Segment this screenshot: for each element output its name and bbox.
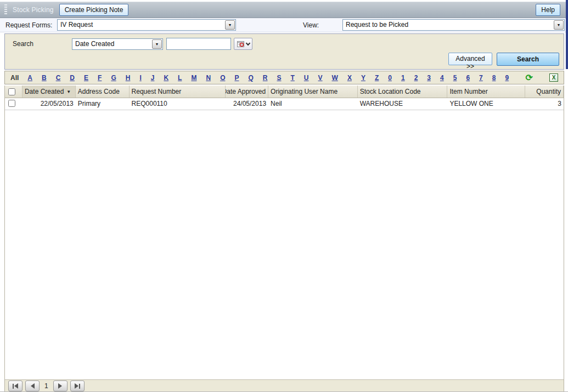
view-value: Request to be Picked — [343, 20, 553, 30]
column-header-stock-location-code[interactable]: Stock Location Code — [358, 86, 448, 98]
calendar-icon — [237, 41, 245, 48]
alpha-filter-link-Y[interactable]: Y — [361, 74, 365, 82]
alpha-filter-link-C[interactable]: C — [56, 74, 61, 82]
search-field-select[interactable]: Date Created ▼ — [72, 38, 163, 50]
request-forms-label: Request Forms: — [2, 21, 57, 29]
alpha-filter-bar: All ABCDEFGHIJKLMNOPQRSTUVWXYZ0123456789… — [4, 71, 564, 84]
alpha-filter-link-H[interactable]: H — [126, 74, 131, 82]
search-button[interactable]: Search — [497, 53, 559, 66]
alpha-filter-link-T[interactable]: T — [291, 74, 295, 82]
pagination-bar: 1 — [5, 379, 564, 392]
alpha-filter-link-J[interactable]: J — [151, 74, 155, 82]
alpha-filter-link-I[interactable]: I — [139, 74, 141, 82]
alpha-filter-link-G[interactable]: G — [111, 74, 116, 82]
chevron-down-icon[interactable]: ▼ — [225, 20, 235, 30]
last-page-button[interactable] — [70, 380, 85, 391]
column-header-request-number[interactable]: Request Number — [130, 86, 226, 98]
refresh-icon[interactable]: ⟳ — [526, 73, 533, 82]
row-select-cell — [5, 98, 23, 110]
dropdown-arrow-icon: ▼ — [155, 42, 159, 46]
alpha-filter-link-N[interactable]: N — [206, 74, 211, 82]
window-edge — [566, 0, 568, 69]
advanced-button[interactable]: Advanced >> — [448, 53, 492, 65]
alpha-filter-link-X[interactable]: X — [347, 74, 352, 82]
column-header-label: Item Number — [449, 88, 487, 95]
search-value-input[interactable] — [166, 38, 231, 50]
alpha-filter-link-3[interactable]: 3 — [427, 74, 431, 82]
alpha-filter-link-E[interactable]: E — [84, 74, 88, 82]
table-cell: REQ000110 — [130, 98, 226, 110]
column-header-label: Request Number — [132, 88, 182, 95]
column-header-date-created[interactable]: Date Created▼ — [23, 86, 76, 98]
view-label: View: — [303, 21, 337, 29]
alpha-filter-link-4[interactable]: 4 — [440, 74, 444, 82]
alpha-filter-link-P[interactable]: P — [234, 74, 239, 82]
alpha-filter-link-Z[interactable]: Z — [375, 74, 379, 82]
column-header-label: Originating User Name — [271, 88, 338, 95]
chevron-down-icon — [245, 41, 250, 45]
row-checkbox[interactable] — [8, 100, 15, 107]
chevron-down-icon[interactable]: ▼ — [152, 39, 162, 49]
alpha-filter-link-5[interactable]: 5 — [453, 74, 457, 82]
alpha-filter-link-L[interactable]: L — [178, 74, 182, 82]
prev-page-button[interactable] — [25, 380, 40, 391]
alpha-filter-link-M[interactable]: M — [191, 74, 196, 82]
alpha-filter-link-F[interactable]: F — [98, 74, 102, 82]
alpha-filter-link-6[interactable]: 6 — [466, 74, 470, 82]
last-page-icon — [79, 384, 80, 389]
alpha-filter-link-0[interactable]: 0 — [388, 74, 392, 82]
create-picking-note-button[interactable]: Create Picking Note — [59, 4, 129, 16]
alpha-filter-link-O[interactable]: O — [220, 74, 225, 82]
column-header-item-number[interactable]: Item Number — [447, 86, 525, 98]
table-row[interactable]: 22/05/2013PrimaryREQ00011024/05/2013Neil… — [5, 98, 564, 110]
triangle-right-icon — [58, 383, 62, 389]
alpha-filter-link-W[interactable]: W — [332, 74, 338, 82]
chevron-down-icon[interactable]: ▼ — [554, 20, 564, 30]
drag-handle-icon[interactable] — [4, 4, 7, 15]
date-picker-button[interactable] — [234, 38, 252, 50]
help-button[interactable]: Help — [536, 4, 560, 16]
alpha-filter-link-U[interactable]: U — [304, 74, 309, 82]
dropdown-arrow-icon: ▼ — [557, 23, 561, 27]
search-panel: Search Date Created ▼ — [4, 33, 564, 70]
alpha-filter-link-9[interactable]: 9 — [505, 74, 509, 82]
column-header-address-code[interactable]: Address Code — [76, 86, 130, 98]
table-cell: Primary — [76, 98, 130, 110]
alpha-filter-link-A[interactable]: A — [27, 74, 32, 82]
alpha-filter-link-R[interactable]: R — [263, 74, 268, 82]
search-label: Search — [13, 40, 65, 48]
alpha-filter-link-V[interactable]: V — [318, 74, 323, 82]
column-header-originating-user-name[interactable]: Originating User Name — [268, 86, 358, 98]
column-header-quantity[interactable]: Quantity — [525, 86, 564, 98]
alpha-filter-link-7[interactable]: 7 — [479, 74, 483, 82]
page-number: 1 — [42, 382, 50, 390]
column-header-date-approved[interactable]: Date Approved — [226, 86, 268, 98]
table-cell: 3 — [525, 98, 564, 110]
view-select[interactable]: Request to be Picked ▼ — [342, 19, 565, 31]
alpha-filter-link-Q[interactable]: Q — [248, 74, 253, 82]
alpha-filter-link-1[interactable]: 1 — [401, 74, 405, 82]
alpha-filter-link-B[interactable]: B — [42, 74, 47, 82]
alpha-filter-link-S[interactable]: S — [277, 74, 282, 82]
excel-export-icon[interactable]: X — [549, 73, 558, 82]
alpha-filter-link-D[interactable]: D — [70, 74, 75, 82]
alpha-filter-links: ABCDEFGHIJKLMNOPQRSTUVWXYZ0123456789 — [27, 74, 509, 82]
sort-desc-icon: ▼ — [66, 89, 71, 94]
column-header-label: Date Approved — [226, 88, 266, 95]
first-page-button[interactable] — [8, 380, 23, 391]
select-all-checkbox[interactable] — [8, 88, 15, 95]
alpha-filter-link-2[interactable]: 2 — [414, 74, 418, 82]
alpha-filter-all[interactable]: All — [10, 74, 19, 82]
dropdown-arrow-icon: ▼ — [228, 23, 232, 27]
triangle-right-icon — [75, 383, 78, 389]
results-grid: Date Created▼Address CodeRequest NumberD… — [4, 86, 564, 392]
request-forms-select[interactable]: IV Request ▼ — [57, 19, 236, 31]
alpha-filter-link-K[interactable]: K — [164, 74, 168, 82]
tab-stock-picking: Stock Picking — [12, 6, 59, 14]
search-actions-row: Advanced >> Search — [448, 53, 559, 66]
next-page-button[interactable] — [53, 380, 68, 391]
alpha-filter-link-8[interactable]: 8 — [492, 74, 496, 82]
table-header-row: Date Created▼Address CodeRequest NumberD… — [5, 86, 564, 98]
table-body: 22/05/2013PrimaryREQ00011024/05/2013Neil… — [5, 98, 564, 110]
table-cell: 24/05/2013 — [226, 98, 268, 110]
